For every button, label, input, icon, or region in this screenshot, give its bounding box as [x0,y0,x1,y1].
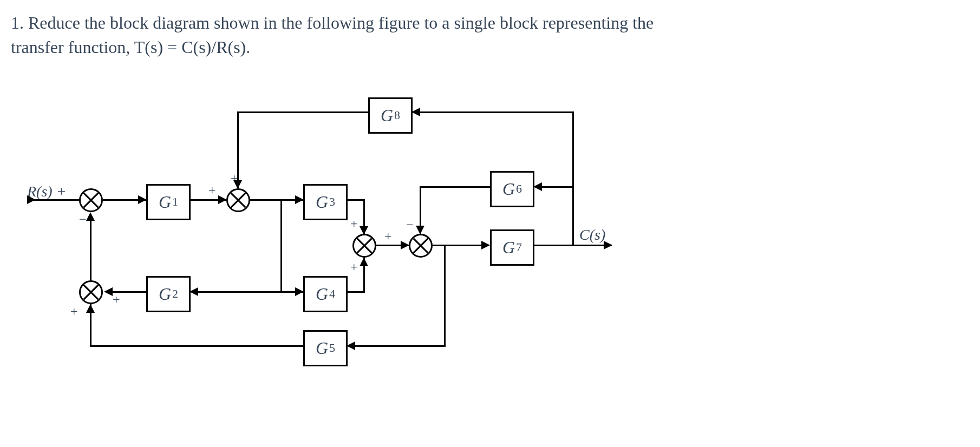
problem-number: 1. [11,13,24,32]
summing-junction-4 [409,234,433,258]
block-g7: G7 [490,229,534,266]
line-branch-down [280,199,282,292]
arrow-into-g5 [347,341,355,350]
problem-statement: 1. Reduce the block diagram shown in the… [11,11,969,60]
output-label: C(s) [579,226,605,244]
line-g6-h [420,186,490,188]
sign-s1-minus: − [79,212,87,227]
arrow-g3 [295,195,304,204]
arrow-g2-s5 [104,287,113,296]
block-g3: G3 [303,184,348,220]
arrow-s3-s4 [401,241,409,249]
block-g6: G6 [490,171,534,207]
arrow-s4-g7 [481,241,490,249]
arrow-g1-s2 [218,195,227,204]
arrow-s1-g1 [138,195,147,204]
line-g3-out [347,199,365,201]
arrow-g4-s3 [360,258,368,266]
arrow-input [27,195,36,204]
arrow-g5-s5 [86,304,95,313]
sign-s2-left: + [208,183,216,198]
problem-line2: transfer function, T(s) = C(s)/R(s). [11,37,250,57]
problem-line1: Reduce the block diagram shown in the fo… [28,13,654,32]
summing-junction-2 [226,188,250,212]
block-g8: G8 [368,97,413,134]
line-g6-right [539,186,574,188]
summing-junction-3 [352,234,376,258]
block-g5: G5 [303,330,348,366]
line-g6-v-right [572,186,574,246]
block-g2: G2 [146,276,191,312]
block-g1: G1 [146,184,191,220]
line-g7-out [533,245,612,246]
line-s5-s1 [90,220,92,280]
arrow-g4 [295,287,304,296]
line-g6-v2 [420,186,421,204]
line-g4-out [347,291,365,293]
arrow-g6-s4 [416,226,424,234]
summing-junction-5 [79,280,103,304]
sign-s4-minus: − [406,218,414,232]
line-takeoff-g5-v [444,245,446,346]
line-s2-branch [250,199,282,201]
arrow-s5-s1 [86,212,95,221]
line-g8-down [237,111,239,188]
sign-s3-top: + [350,216,358,231]
sign-s3-bot: + [350,260,358,274]
sign-s5-bot: + [70,304,78,319]
line-g8-h-left [237,111,368,113]
line-g8-h-right [417,111,574,113]
line-g2-in [197,291,282,293]
summing-junction-1 [79,188,103,212]
sign-s5-left: + [113,292,120,307]
sign-s4-plus: + [384,229,392,244]
block-g4: G4 [303,276,348,312]
line-g5-out [90,345,303,347]
arrow-g8-down [233,180,242,189]
line-g5-h-right [354,345,446,347]
block-diagram: R(s) + − G1 + + G8 G3 + G4 [27,92,623,406]
